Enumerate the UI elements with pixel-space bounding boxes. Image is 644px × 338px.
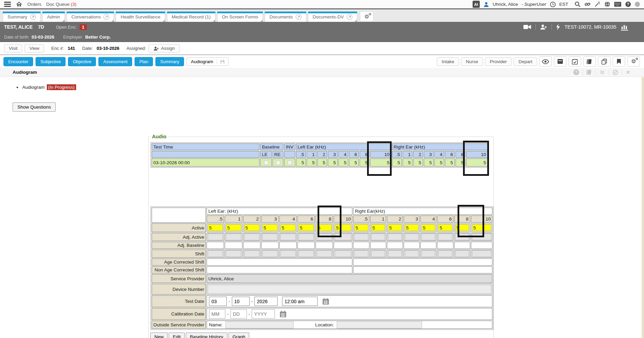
chart-icon[interactable] — [620, 24, 629, 31]
audiogram-link[interactable]: Audiogram — [22, 85, 44, 90]
tab-health-surveillance[interactable]: Health Surveillance — [116, 11, 165, 22]
audiogram-list-item[interactable]: Audiogram (In Progress) — [16, 84, 76, 90]
settings-button[interactable]: ⚙⚙ — [627, 56, 640, 67]
calendar-icon[interactable] — [322, 298, 330, 305]
calibration-day-input[interactable] — [230, 309, 247, 319]
wand-icon[interactable] — [594, 1, 601, 8]
home-icon[interactable] — [16, 1, 23, 8]
active-input[interactable]: 5 — [354, 224, 368, 231]
active-input[interactable]: 5 — [388, 224, 402, 231]
calibration-month-input[interactable] — [209, 309, 225, 319]
nurse-button[interactable]: Nurse — [461, 57, 483, 66]
active-input[interactable]: 5 — [262, 224, 278, 231]
external-link-icon[interactable] — [347, 14, 352, 20]
tab-documents[interactable]: Documents — [265, 11, 306, 22]
test-time-cell[interactable]: 03-10-2026 00:00 — [152, 158, 260, 167]
outside-name-input[interactable] — [225, 321, 294, 328]
provider-button[interactable]: Provider — [485, 57, 512, 66]
schedule-button[interactable] — [569, 56, 581, 67]
active-input[interactable]: 5 — [317, 224, 332, 231]
graph-button[interactable]: Graph — [228, 333, 250, 338]
active-input[interactable]: 5 — [298, 224, 314, 231]
device-number-input[interactable] — [208, 285, 491, 294]
tab-documents-dv[interactable]: Documents-DV — [308, 11, 358, 22]
calendar-icon[interactable] — [279, 310, 287, 318]
new-button[interactable]: New — [150, 333, 168, 338]
section-book-button[interactable] — [583, 69, 596, 75]
calibration-year-input[interactable] — [252, 309, 275, 319]
outside-location-input[interactable] — [337, 321, 422, 328]
add-user-icon[interactable] — [540, 24, 547, 30]
active-input[interactable]: 5 — [335, 224, 351, 231]
scrollbar[interactable] — [642, 77, 644, 338]
active-input[interactable]: 5 — [438, 224, 452, 231]
subjective-button[interactable]: Subjective — [36, 57, 66, 66]
baseline-history-button[interactable]: Baseline History — [186, 333, 227, 338]
view-button[interactable]: View — [25, 44, 44, 53]
test-date-month-input[interactable] — [209, 297, 227, 306]
section-collapse-button[interactable] — [596, 70, 608, 75]
book-icon — [586, 69, 592, 75]
bookmark-button[interactable] — [613, 56, 625, 67]
user-name[interactable]: Uhrick, Alice — [493, 2, 518, 7]
chart-note-button[interactable] — [583, 56, 596, 67]
tab-on-screen-forms[interactable]: On Screen Forms — [217, 11, 263, 22]
visit-button[interactable]: Visit — [4, 44, 22, 53]
test-date-day-input[interactable] — [232, 297, 250, 306]
keyboard-icon[interactable] — [614, 1, 621, 7]
assessment-button[interactable]: Assessment — [98, 57, 132, 66]
section-close-button[interactable]: ✕ — [622, 69, 634, 75]
external-link-icon[interactable] — [296, 14, 302, 20]
tab-medical-record[interactable]: Medical Record (1) — [167, 11, 215, 22]
help-icon[interactable]: ? — [625, 1, 631, 8]
depart-button[interactable]: Depart — [514, 57, 537, 66]
tab-conversations[interactable]: Conversations — [67, 11, 114, 22]
save-icon[interactable] — [216, 59, 228, 64]
external-link-icon[interactable] — [103, 14, 109, 20]
menu-icon[interactable] — [4, 2, 11, 7]
intake-button[interactable]: Intake — [437, 57, 459, 66]
section-disable-button[interactable] — [609, 70, 621, 75]
tab-summary[interactable]: Summary — [3, 11, 41, 22]
copy-button[interactable] — [598, 56, 611, 67]
external-link-icon[interactable] — [30, 14, 36, 20]
baseline-re-checkbox[interactable] — [276, 160, 280, 165]
active-input[interactable]: 5 — [208, 224, 223, 231]
plan-button[interactable]: Plan — [135, 57, 153, 66]
assign-button[interactable]: Assign — [149, 44, 180, 53]
fieldset-legend: Audio — [150, 133, 168, 139]
inv-checkbox[interactable] — [288, 160, 292, 165]
open-enc-badge[interactable]: 1 — [80, 24, 87, 30]
active-input[interactable]: 5 — [371, 224, 385, 231]
orders-menu[interactable]: Orders — [27, 2, 41, 7]
clock-icon[interactable] — [550, 1, 556, 8]
active-input[interactable]: 5 — [472, 224, 491, 231]
tab-settings-button[interactable]: ⚙⚙ — [360, 11, 374, 22]
preview-button[interactable] — [539, 56, 552, 67]
link-icon[interactable] — [584, 1, 591, 8]
test-time-input[interactable] — [282, 297, 318, 306]
show-questions-button[interactable]: Show Questions — [13, 102, 56, 112]
encounter-button[interactable]: Encounter — [3, 57, 33, 66]
active-input[interactable]: 5 — [455, 224, 469, 231]
video-camera-icon[interactable] — [523, 24, 531, 30]
search-icon[interactable] — [574, 1, 581, 8]
objective-button[interactable]: Objective — [68, 57, 96, 66]
ai-badge[interactable]: AI — [473, 1, 480, 8]
section-help-button[interactable]: ? — [570, 69, 583, 75]
tab-admin[interactable]: Admin — [42, 11, 65, 22]
active-input[interactable]: 5 — [244, 224, 260, 231]
test-date-year-input[interactable] — [254, 297, 278, 306]
baseline-le-checkbox[interactable] — [264, 160, 268, 165]
audio-test-row[interactable]: 03-10-2026 00:00 5 5 5 5 5 5 5 5 5 5 5 5… — [152, 158, 488, 167]
doc-queue-menu[interactable]: Doc Queue (3) — [46, 2, 76, 7]
active-input[interactable]: 5 — [421, 224, 435, 231]
active-input[interactable]: 5 — [280, 224, 296, 231]
active-input[interactable]: 5 — [405, 224, 419, 231]
active-input[interactable]: 5 — [226, 224, 241, 231]
audiogram-doc-tab[interactable]: Audiogram — [186, 57, 228, 66]
edit-button[interactable]: Edit — [169, 333, 185, 338]
globe-icon[interactable] — [604, 1, 611, 8]
archive-button[interactable] — [554, 56, 566, 67]
summary-button[interactable]: Summary — [155, 57, 184, 66]
